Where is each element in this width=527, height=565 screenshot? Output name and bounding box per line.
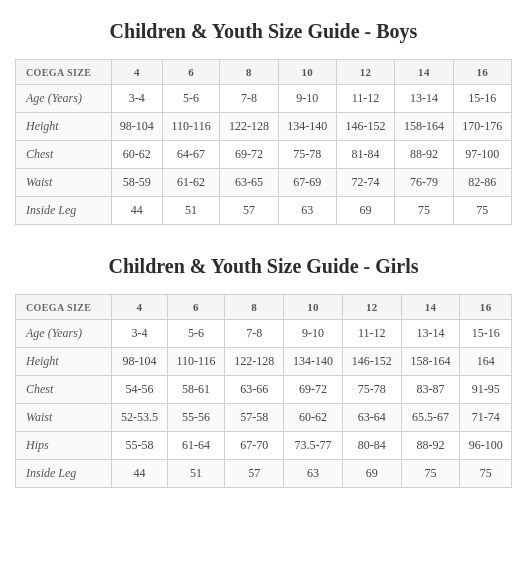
- table-row: Waist52-53.555-5657-5860-6263-6465.5-677…: [16, 404, 512, 432]
- size-col-12-header: 12: [342, 295, 401, 320]
- cell-value: 51: [162, 197, 219, 225]
- cell-value: 63-65: [220, 169, 278, 197]
- cell-value: 5-6: [162, 85, 219, 113]
- coega-size-header: COEGA SIZE: [16, 60, 112, 85]
- cell-value: 7-8: [220, 85, 278, 113]
- cell-value: 75-78: [342, 376, 401, 404]
- cell-value: 83-87: [401, 376, 460, 404]
- girls-size-table: COEGA SIZE46810121416 Age (Years)3-45-67…: [15, 294, 512, 488]
- cell-value: 9-10: [278, 85, 336, 113]
- cell-value: 11-12: [342, 320, 401, 348]
- cell-value: 110-116: [167, 348, 225, 376]
- row-label: Chest: [16, 141, 112, 169]
- cell-value: 11-12: [336, 85, 394, 113]
- size-col-14-header: 14: [401, 295, 460, 320]
- cell-value: 61-64: [167, 432, 225, 460]
- cell-value: 58-61: [167, 376, 225, 404]
- cell-value: 75-78: [278, 141, 336, 169]
- cell-value: 60-62: [111, 141, 162, 169]
- boys-title: Children & Youth Size Guide - Boys: [15, 20, 512, 43]
- cell-value: 69-72: [220, 141, 278, 169]
- cell-value: 69: [342, 460, 401, 488]
- cell-value: 146-152: [342, 348, 401, 376]
- cell-value: 158-164: [395, 113, 453, 141]
- cell-value: 63: [284, 460, 343, 488]
- cell-value: 75: [453, 197, 511, 225]
- cell-value: 134-140: [284, 348, 343, 376]
- cell-value: 88-92: [401, 432, 460, 460]
- size-col-16-header: 16: [460, 295, 512, 320]
- boys-table-body: Age (Years)3-45-67-89-1011-1213-1415-16H…: [16, 85, 512, 225]
- cell-value: 170-176: [453, 113, 511, 141]
- cell-value: 98-104: [111, 113, 162, 141]
- cell-value: 9-10: [284, 320, 343, 348]
- cell-value: 57: [220, 197, 278, 225]
- cell-value: 96-100: [460, 432, 512, 460]
- table-row: Waist58-5961-6263-6567-6972-7476-7982-86: [16, 169, 512, 197]
- cell-value: 64-67: [162, 141, 219, 169]
- table-row: Height98-104110-116122-128134-140146-152…: [16, 348, 512, 376]
- cell-value: 80-84: [342, 432, 401, 460]
- cell-value: 122-128: [225, 348, 284, 376]
- boys-size-table: COEGA SIZE46810121416 Age (Years)3-45-67…: [15, 59, 512, 225]
- table-row: Height98-104110-116122-128134-140146-152…: [16, 113, 512, 141]
- cell-value: 55-58: [112, 432, 167, 460]
- cell-value: 134-140: [278, 113, 336, 141]
- cell-value: 75: [401, 460, 460, 488]
- cell-value: 110-116: [162, 113, 219, 141]
- cell-value: 63: [278, 197, 336, 225]
- cell-value: 13-14: [401, 320, 460, 348]
- cell-value: 76-79: [395, 169, 453, 197]
- size-col-4-header: 4: [112, 295, 167, 320]
- cell-value: 15-16: [453, 85, 511, 113]
- girls-header-row: COEGA SIZE46810121416: [16, 295, 512, 320]
- cell-value: 3-4: [111, 85, 162, 113]
- row-label: Age (Years): [16, 320, 112, 348]
- cell-value: 61-62: [162, 169, 219, 197]
- girls-title: Children & Youth Size Guide - Girls: [15, 255, 512, 278]
- table-row: Inside Leg44515763697575: [16, 460, 512, 488]
- cell-value: 91-95: [460, 376, 512, 404]
- cell-value: 69-72: [284, 376, 343, 404]
- cell-value: 57-58: [225, 404, 284, 432]
- cell-value: 164: [460, 348, 512, 376]
- cell-value: 58-59: [111, 169, 162, 197]
- table-row: Hips55-5861-6467-7073.5-7780-8488-9296-1…: [16, 432, 512, 460]
- row-label: Inside Leg: [16, 460, 112, 488]
- cell-value: 51: [167, 460, 225, 488]
- coega-size-header: COEGA SIZE: [16, 295, 112, 320]
- table-row: Age (Years)3-45-67-89-1011-1213-1415-16: [16, 85, 512, 113]
- cell-value: 158-164: [401, 348, 460, 376]
- size-col-10-header: 10: [284, 295, 343, 320]
- boys-header-row: COEGA SIZE46810121416: [16, 60, 512, 85]
- size-col-12-header: 12: [336, 60, 394, 85]
- girls-table-header: COEGA SIZE46810121416: [16, 295, 512, 320]
- cell-value: 15-16: [460, 320, 512, 348]
- size-col-10-header: 10: [278, 60, 336, 85]
- size-col-8-header: 8: [220, 60, 278, 85]
- cell-value: 7-8: [225, 320, 284, 348]
- size-col-6-header: 6: [167, 295, 225, 320]
- cell-value: 75: [460, 460, 512, 488]
- cell-value: 88-92: [395, 141, 453, 169]
- boys-table-header: COEGA SIZE46810121416: [16, 60, 512, 85]
- cell-value: 71-74: [460, 404, 512, 432]
- cell-value: 65.5-67: [401, 404, 460, 432]
- row-label: Waist: [16, 169, 112, 197]
- cell-value: 67-69: [278, 169, 336, 197]
- row-label: Age (Years): [16, 85, 112, 113]
- row-label: Height: [16, 113, 112, 141]
- cell-value: 82-86: [453, 169, 511, 197]
- cell-value: 81-84: [336, 141, 394, 169]
- cell-value: 63-66: [225, 376, 284, 404]
- size-col-6-header: 6: [162, 60, 219, 85]
- cell-value: 60-62: [284, 404, 343, 432]
- cell-value: 54-56: [112, 376, 167, 404]
- cell-value: 97-100: [453, 141, 511, 169]
- size-col-16-header: 16: [453, 60, 511, 85]
- cell-value: 3-4: [112, 320, 167, 348]
- table-row: Inside Leg44515763697575: [16, 197, 512, 225]
- cell-value: 52-53.5: [112, 404, 167, 432]
- row-label: Waist: [16, 404, 112, 432]
- cell-value: 75: [395, 197, 453, 225]
